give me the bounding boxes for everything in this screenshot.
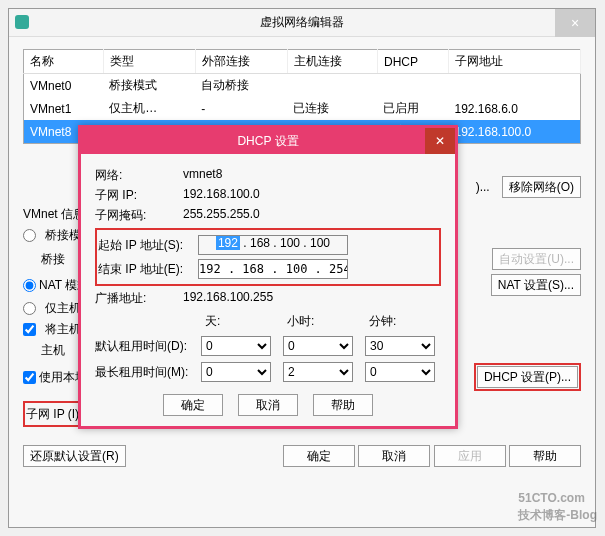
column-header[interactable]: 主机连接 xyxy=(287,50,377,74)
default-lease-label: 默认租用时间(D): xyxy=(95,338,195,355)
default-days-select[interactable]: 0 xyxy=(201,336,271,356)
auto-settings-button: 自动设置(U)... xyxy=(492,248,581,270)
table-cell: 桥接模式 xyxy=(103,74,195,98)
table-row[interactable]: VMnet0桥接模式自动桥接 xyxy=(24,74,581,98)
max-days-select[interactable]: 0 xyxy=(201,362,271,382)
mask-label: 子网掩码: xyxy=(95,207,183,224)
default-minutes-select[interactable]: 30 xyxy=(365,336,435,356)
max-hours-select[interactable]: 2 xyxy=(283,362,353,382)
table-cell: 自动桥接 xyxy=(195,74,287,98)
table-row[interactable]: VMnet1仅主机…-已连接已启用192.168.6.0 xyxy=(24,97,581,120)
add-placeholder: )... xyxy=(476,180,490,194)
bridge-sub-label: 桥接 xyxy=(41,251,65,268)
max-lease-label: 最长租用时间(M): xyxy=(95,364,195,381)
ok-button[interactable]: 确定 xyxy=(283,445,355,467)
start-ip-label: 起始 IP 地址(S): xyxy=(98,237,198,254)
window-title: 虚拟网络编辑器 xyxy=(260,14,344,31)
connect-host-label: 将主机 xyxy=(45,321,81,338)
dhcp-titlebar: DHCP 设置 ✕ xyxy=(81,128,455,154)
connect-host-checkbox[interactable] xyxy=(23,323,36,336)
column-header[interactable]: 外部连接 xyxy=(195,50,287,74)
vmnet-info-label: VMnet 信息 xyxy=(23,207,85,221)
table-cell: - xyxy=(195,97,287,120)
subnet-ip-label: 子网 IP (I): xyxy=(26,406,82,423)
column-header[interactable]: 类型 xyxy=(103,50,195,74)
restore-defaults-button[interactable]: 还原默认设置(R) xyxy=(23,445,126,467)
host-adapter-label: 主机 xyxy=(41,342,65,359)
table-cell xyxy=(448,74,580,98)
hostonly-radio[interactable] xyxy=(23,302,36,315)
end-ip-label: 结束 IP 地址(E): xyxy=(98,261,198,278)
column-header[interactable]: DHCP xyxy=(377,50,448,74)
mask-value: 255.255.255.0 xyxy=(183,207,260,224)
dhcp-title-text: DHCP 设置 xyxy=(237,133,298,150)
titlebar: 虚拟网络编辑器 × xyxy=(9,9,595,37)
start-ip-octet1: 192 xyxy=(216,236,240,250)
table-cell: 192.168.100.0 xyxy=(448,120,580,144)
end-ip-input[interactable] xyxy=(198,259,348,279)
broadcast-label: 广播地址: xyxy=(95,290,183,307)
start-ip-input[interactable]: 192 . 168 . 100 . 100 xyxy=(198,235,348,255)
app-icon xyxy=(15,15,29,29)
start-ip-rest: . 168 . 100 . 100 xyxy=(240,236,330,250)
dhcp-cancel-button[interactable]: 取消 xyxy=(238,394,298,416)
table-cell: 已连接 xyxy=(287,97,377,120)
broadcast-value: 192.168.100.255 xyxy=(183,290,273,307)
table-cell xyxy=(287,74,377,98)
column-header[interactable]: 名称 xyxy=(24,50,104,74)
table-cell: 已启用 xyxy=(377,97,448,120)
table-cell: VMnet0 xyxy=(24,74,104,98)
dhcp-checkbox[interactable] xyxy=(23,371,36,384)
close-icon[interactable]: ✕ xyxy=(425,128,455,154)
table-cell: 192.168.6.0 xyxy=(448,97,580,120)
remove-network-button[interactable]: 移除网络(O) xyxy=(502,176,581,198)
table-cell: VMnet1 xyxy=(24,97,104,120)
nat-settings-button[interactable]: NAT 设置(S)... xyxy=(491,274,581,296)
column-header[interactable]: 子网地址 xyxy=(448,50,580,74)
table-cell xyxy=(377,74,448,98)
help-button[interactable]: 帮助 xyxy=(509,445,581,467)
nat-radio[interactable] xyxy=(23,279,36,292)
bridge-radio[interactable] xyxy=(23,229,36,242)
max-minutes-select[interactable]: 0 xyxy=(365,362,435,382)
apply-button: 应用 xyxy=(434,445,506,467)
dhcp-ok-button[interactable]: 确定 xyxy=(163,394,223,416)
minute-header: 分钟: xyxy=(365,313,441,330)
dhcp-help-button[interactable]: 帮助 xyxy=(313,394,373,416)
hour-header: 小时: xyxy=(283,313,359,330)
close-icon[interactable]: × xyxy=(555,9,595,37)
dhcp-settings-button[interactable]: DHCP 设置(P)... xyxy=(477,366,578,388)
net-value: vmnet8 xyxy=(183,167,222,184)
default-hours-select[interactable]: 0 xyxy=(283,336,353,356)
subnet-value: 192.168.100.0 xyxy=(183,187,260,204)
net-label: 网络: xyxy=(95,167,183,184)
dhcp-settings-dialog: DHCP 设置 ✕ 网络:vmnet8 子网 IP:192.168.100.0 … xyxy=(78,125,458,429)
table-cell: 仅主机… xyxy=(103,97,195,120)
hostonly-label: 仅主机 xyxy=(45,300,81,317)
cancel-button[interactable]: 取消 xyxy=(358,445,430,467)
day-header: 天: xyxy=(201,313,277,330)
subnet-label: 子网 IP: xyxy=(95,187,183,204)
